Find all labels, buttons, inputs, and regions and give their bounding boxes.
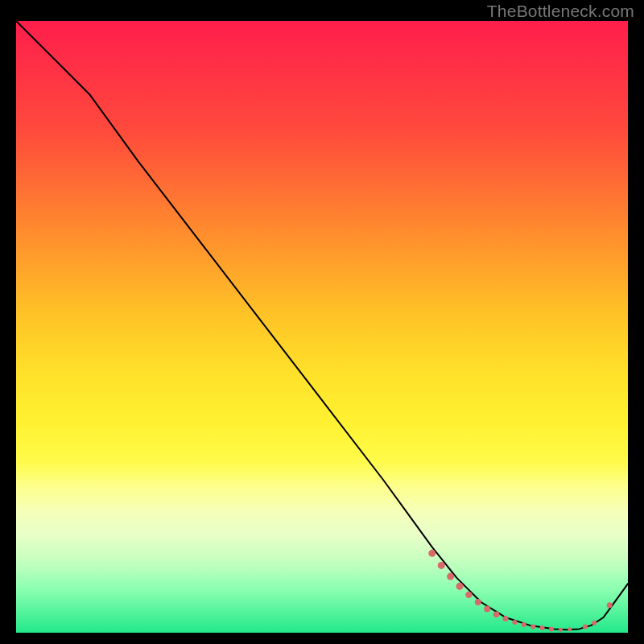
data-marker xyxy=(540,625,545,630)
curve-line xyxy=(16,21,628,630)
data-marker xyxy=(607,602,613,608)
plot-area xyxy=(16,21,628,633)
data-marker xyxy=(530,624,535,629)
data-marker xyxy=(456,583,464,590)
data-marker xyxy=(493,611,500,617)
data-marker xyxy=(465,592,472,598)
data-marker xyxy=(503,616,509,621)
data-marker xyxy=(549,626,554,631)
data-marker xyxy=(583,624,588,629)
data-marker xyxy=(428,550,436,557)
chart-container: TheBottleneck.com xyxy=(0,0,644,644)
curve-markers xyxy=(428,550,612,632)
data-marker xyxy=(559,628,563,632)
data-marker xyxy=(484,605,490,612)
data-marker xyxy=(447,573,454,580)
data-marker xyxy=(522,622,526,627)
data-marker xyxy=(568,627,572,631)
plot-svg xyxy=(16,21,628,633)
data-marker xyxy=(512,620,517,625)
data-marker xyxy=(438,562,445,569)
data-marker xyxy=(475,599,481,605)
data-marker xyxy=(592,621,597,625)
watermark-text: TheBottleneck.com xyxy=(487,2,634,21)
